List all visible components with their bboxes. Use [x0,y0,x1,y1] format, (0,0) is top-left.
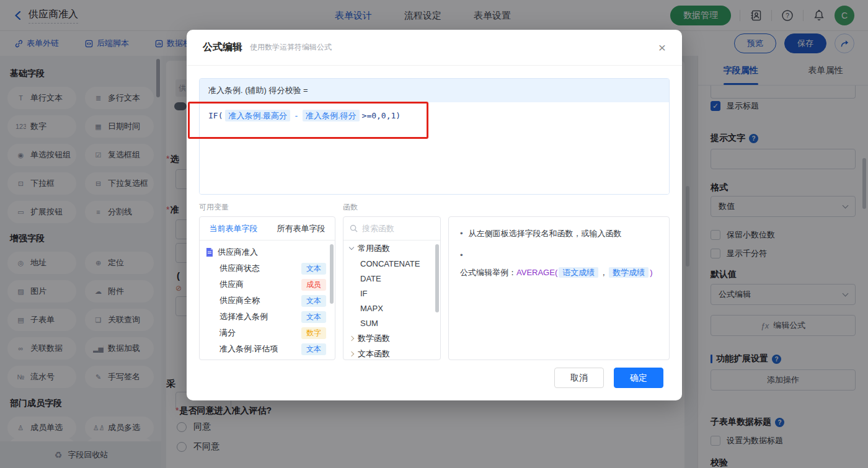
function-item[interactable]: DATE [343,271,440,286]
formula-target: 准入条例. (辅助) 得分校验 = [200,79,669,102]
variable-name: 满分 [219,327,236,338]
formula-token: >=0,0,1) [362,111,401,120]
functions-scrollbar[interactable] [435,244,439,312]
function-search-input[interactable] [362,224,424,233]
example-field-chip: 语文成绩 [559,267,598,278]
function-group-name: 数学函数 [358,333,390,344]
formula-token: - [294,111,299,120]
document-icon [206,248,213,257]
variable-row[interactable]: 选择准入条例文本 [200,309,335,325]
variable-type-badge: 文本 [301,311,326,323]
tab-current-form-fields[interactable]: 当前表单字段 [200,217,267,240]
variables-root[interactable]: 供应商准入 [200,241,335,260]
variable-name: 供应商状态 [219,263,260,274]
variable-row[interactable]: 准入条例.评估项文本 [200,341,335,357]
example-field-chip: 数学成绩 [609,267,649,278]
function-item[interactable]: CONCATENATE [343,256,440,271]
variable-name: 准入条例.评估项 [219,343,278,355]
hints-panel: •从左侧面板选择字段名和函数，或输入函数 • 公式编辑举例：AVERAGE(语文… [448,216,670,360]
function-group-collapsed[interactable]: 文本函数 [343,346,440,360]
function-group-collapsed[interactable]: 数学函数 [343,330,440,346]
search-icon [350,224,358,232]
function-item[interactable]: SUM [343,316,440,330]
functions-panel: 常用函数CONCATENATEDATEIFMAPXSUM数学函数文本函数 [343,216,441,360]
function-item[interactable]: IF [343,286,440,301]
variable-type-badge: 文本 [301,295,326,307]
close-icon[interactable]: × [658,41,666,54]
variable-name: 供应商全称 [219,295,260,306]
function-group-name: 常用函数 [358,243,390,254]
variable-row[interactable]: 供应商成员 [200,276,335,293]
variables-panel: 当前表单字段 所有表单字段 供应商准入 供应商状态文本供应商成员供应商全称文本选… [199,216,335,360]
variable-type-badge: 文本 [301,263,326,275]
chevron-right-icon [349,335,354,340]
variables-scrollbar[interactable] [330,244,334,304]
variable-name: 供应商 [219,279,244,290]
dialog-subtitle: 使用数学运算符编辑公式 [250,42,332,53]
variable-row[interactable]: 满分数字 [200,325,335,341]
functions-label: 函数 [343,202,358,213]
variable-row[interactable]: 供应商状态文本 [200,260,335,276]
formula-field-chip: 准入条例.得分 [303,110,360,121]
formula-field-chip: 准入条例.最高分 [225,110,290,121]
variables-root-label: 供应商准入 [218,247,258,258]
formula-box: 准入条例. (辅助) 得分校验 = IF(准入条例.最高分-准入条例.得分>=0… [199,78,670,195]
functions-list: 常用函数CONCATENATEDATEIFMAPXSUM数学函数文本函数 [343,241,440,360]
chevron-right-icon [349,351,354,356]
chevron-down-icon [349,245,354,250]
formula-edit-dialog: 公式编辑 使用数学运算符编辑公式 × 准入条例. (辅助) 得分校验 = IF(… [187,30,682,400]
hint-example: • 公式编辑举例：AVERAGE(语文成绩，数学成绩) [460,249,658,279]
variable-name: 选择准入条例 [219,311,268,322]
variable-row[interactable]: 供应商全称文本 [200,293,335,309]
dialog-title: 公式编辑 [203,41,242,54]
variable-type-badge: 成员 [301,279,326,291]
formula-token: IF( [208,111,223,120]
function-group-name: 文本函数 [358,348,390,360]
formula-editor[interactable]: IF(准入条例.最高分-准入条例.得分>=0,0,1) [200,102,669,194]
tab-all-form-fields[interactable]: 所有表单字段 [267,217,335,240]
function-group-expanded[interactable]: 常用函数 [343,241,440,256]
function-search[interactable] [343,217,440,241]
variable-type-badge: 数字 [301,327,326,339]
cancel-button[interactable]: 取消 [554,368,604,388]
variable-type-badge: 文本 [301,343,326,355]
function-item[interactable]: MAPX [343,301,440,316]
variables-list: 供应商状态文本供应商成员供应商全称文本选择准入条例文本满分数字准入条例.评估项文… [200,260,335,357]
hint-line: •从左侧面板选择字段名和函数，或输入函数 [460,227,658,240]
variables-label: 可用变量 [199,202,343,213]
confirm-button[interactable]: 确定 [614,368,663,388]
